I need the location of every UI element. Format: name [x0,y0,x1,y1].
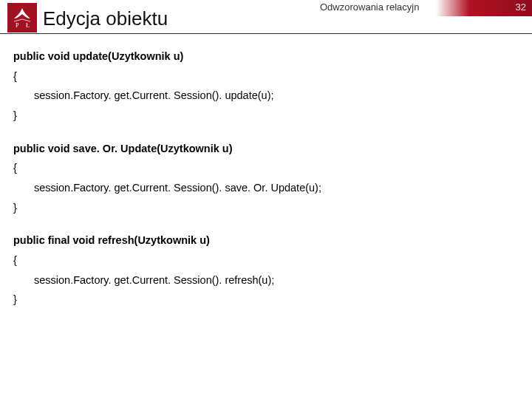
slide-title: Edycja obiektu [43,7,168,30]
code-block: public final void refresh(Uzytkownik u) … [13,234,321,306]
open-brace: { [13,162,321,174]
slide-header: P Ł Edycja obiektu Odwzorowania relacyjn… [0,0,532,34]
method-signature: public void save. Or. Update(Uzytkownik … [13,143,321,155]
code-block: public void update(Uzytkownik u) { sessi… [13,50,321,122]
slide: P Ł Edycja obiektu Odwzorowania relacyjn… [0,0,532,399]
close-brace: } [13,109,321,122]
method-signature: public void update(Uzytkownik u) [13,50,321,63]
method-signature: public final void refresh(Uzytkownik u) [13,234,321,247]
open-brace: { [13,254,321,267]
method-body: session.Factory. get.Current. Session().… [13,89,321,102]
code-block: public void save. Or. Update(Uzytkownik … [13,143,321,214]
page-number: 32 [516,1,526,13]
slide-content: public void update(Uzytkownik u) { sessi… [13,50,321,327]
svg-text:Ł: Ł [26,22,30,29]
university-logo-icon: P Ł [7,3,37,33]
close-brace: } [13,293,321,306]
method-body: session.Factory. get.Current. Session().… [13,274,321,287]
slide-subtitle: Odwzorowania relacyjn [320,1,438,18]
svg-text:P: P [16,22,19,29]
method-body: session.Factory. get.Current. Session().… [13,182,321,194]
close-brace: } [13,202,321,214]
open-brace: { [13,70,321,83]
